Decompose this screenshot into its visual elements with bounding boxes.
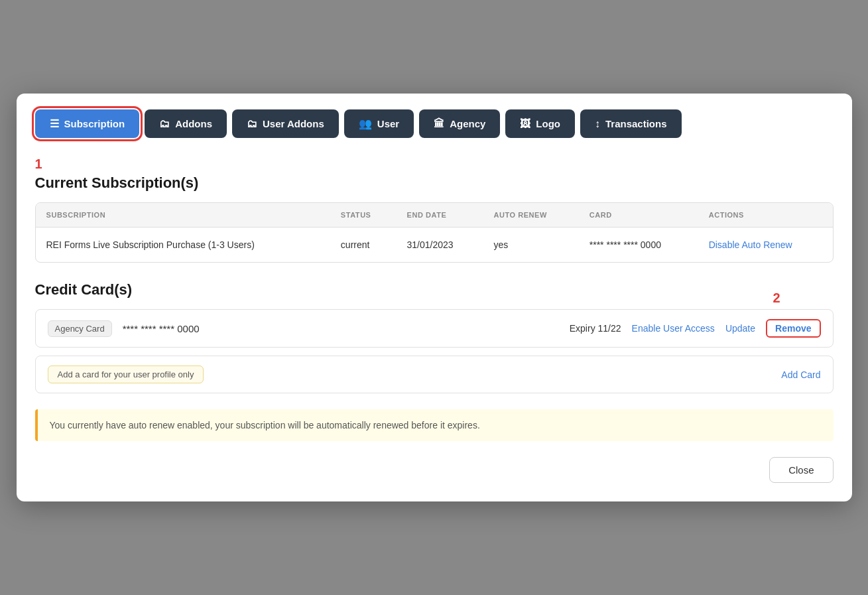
warning-box: You currently have auto renew enabled, y…: [35, 409, 834, 441]
tab-subscription[interactable]: ☰ Subscription: [35, 109, 140, 138]
tab-user-addons-label: User Addons: [263, 118, 324, 129]
tab-agency[interactable]: 🏛 Agency: [419, 109, 500, 138]
modal: ☰ Subscription 🗂 Addons 🗂 User Addons 👥 …: [17, 94, 852, 501]
warning-text: You currently have auto renew enabled, y…: [50, 420, 480, 430]
tab-subscription-label: Subscription: [64, 118, 125, 129]
tab-bar: ☰ Subscription 🗂 Addons 🗂 User Addons 👥 …: [35, 109, 834, 138]
card-expiry: Expiry 11/22: [570, 323, 621, 334]
table-row: REI Forms Live Subscription Purchase (1-…: [36, 228, 833, 262]
tab-logo[interactable]: 🖼 Logo: [505, 109, 575, 138]
step1-indicator: 1: [35, 157, 834, 172]
col-end-date: END DATE: [397, 203, 483, 228]
update-card-link[interactable]: Update: [725, 323, 755, 334]
col-auto-renew: AUTO RENEW: [483, 203, 578, 228]
current-subscriptions-heading: Current Subscription(s): [35, 174, 834, 192]
col-card: CARD: [579, 203, 698, 228]
tab-user-addons[interactable]: 🗂 User Addons: [232, 109, 339, 138]
card-number: **** **** **** 0000: [123, 323, 559, 334]
user-addons-icon: 🗂: [247, 118, 257, 130]
subscription-auto-renew: yes: [483, 228, 578, 262]
tab-addons-label: Addons: [175, 118, 212, 129]
add-card-link[interactable]: Add Card: [781, 369, 820, 380]
add-card-label: Add a card for your user profile only: [48, 365, 204, 383]
col-status: STATUS: [330, 203, 397, 228]
tab-addons[interactable]: 🗂 Addons: [145, 109, 227, 138]
col-subscription: SUBSCRIPTION: [36, 203, 330, 228]
tab-transactions-label: Transactions: [605, 118, 667, 129]
subscription-end-date: 31/01/2023: [397, 228, 483, 262]
subscription-status: current: [330, 228, 397, 262]
subscription-table: SUBSCRIPTION STATUS END DATE AUTO RENEW …: [35, 202, 834, 263]
close-button[interactable]: Close: [769, 457, 833, 483]
enable-user-access-link[interactable]: Enable User Access: [632, 323, 715, 334]
remove-card-button[interactable]: Remove: [766, 319, 820, 338]
agency-icon: 🏛: [434, 118, 444, 130]
card-row-wrapper: 2 Agency Card **** **** **** 0000 Expiry…: [35, 309, 834, 348]
credit-cards-section: Credit Card(s) 2 Agency Card **** **** *…: [35, 281, 834, 393]
add-card-row: Add a card for your user profile only Ad…: [35, 356, 834, 393]
tab-logo-label: Logo: [536, 118, 560, 129]
credit-cards-heading: Credit Card(s): [35, 281, 834, 298]
transactions-icon: ↕: [595, 118, 600, 130]
agency-card-badge: Agency Card: [48, 320, 112, 337]
tab-user[interactable]: 👥 User: [344, 109, 414, 138]
agency-card-row: Agency Card **** **** **** 0000 Expiry 1…: [35, 309, 834, 348]
subscription-icon: ☰: [50, 117, 59, 130]
tab-user-label: User: [377, 118, 399, 129]
tab-agency-label: Agency: [450, 118, 485, 129]
logo-icon: 🖼: [520, 118, 530, 130]
col-actions: ACTIONS: [698, 203, 833, 228]
subscription-card: **** **** **** 0000: [579, 228, 698, 262]
user-icon: 👥: [359, 117, 372, 130]
disable-auto-renew-link[interactable]: Disable Auto Renew: [709, 239, 792, 250]
modal-footer: Close: [35, 457, 834, 483]
subscription-name: REI Forms Live Subscription Purchase (1-…: [36, 228, 330, 262]
step2-indicator: 2: [773, 291, 780, 306]
addons-icon: 🗂: [159, 118, 170, 130]
card-actions: Enable User Access Update Remove: [632, 319, 821, 338]
tab-transactions[interactable]: ↕ Transactions: [580, 109, 682, 138]
